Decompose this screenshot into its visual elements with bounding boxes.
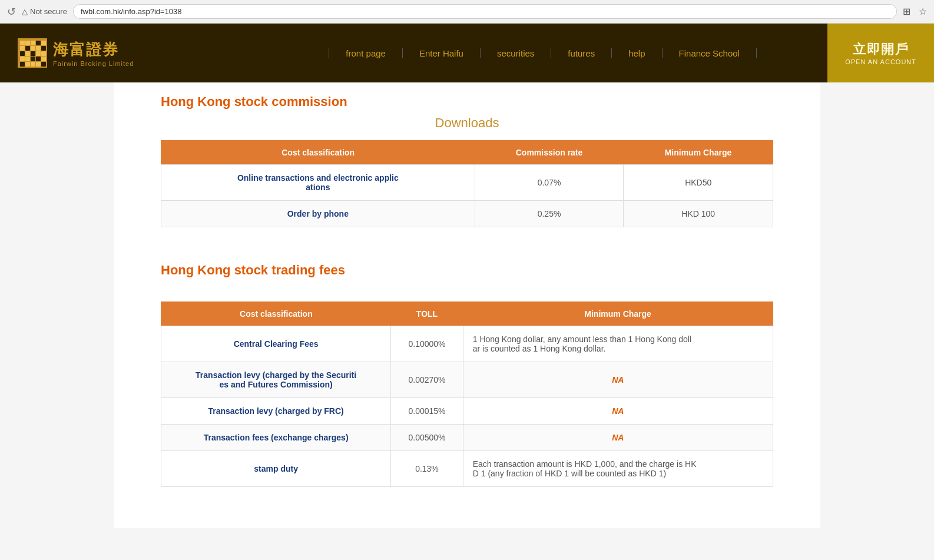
nav-front-page[interactable]: front page xyxy=(329,48,403,58)
commission-row1-min: HKD50 xyxy=(624,165,773,201)
table-row: Transaction levy (charged by FRC) 0.0001… xyxy=(161,398,773,425)
table-row: Transaction levy (charged by the Securit… xyxy=(161,362,773,398)
table-row: Central Clearing Fees 0.10000% 1 Hong Ko… xyxy=(161,326,773,362)
nav-enter-haifu[interactable]: Enter Haifu xyxy=(403,48,481,58)
nav-finance-school[interactable]: Finance School xyxy=(663,48,757,58)
browser-icons: ⊞ ☆ xyxy=(903,6,927,17)
trading-row5-toll: 0.13% xyxy=(391,451,463,487)
trading-row4-min: NA xyxy=(463,425,773,451)
logo-text: 海富證券 Fairwin Broking Limited xyxy=(53,39,134,67)
trading-row4-class: Transaction fees (exchange charges) xyxy=(161,425,391,451)
logo-area: 海富證券 Fairwin Broking Limited xyxy=(0,38,151,68)
nav-futures[interactable]: futures xyxy=(551,48,612,58)
translate-icon[interactable]: ⊞ xyxy=(903,6,910,17)
main-content: Hong Kong stock commission Downloads Cos… xyxy=(114,82,820,528)
trading-row3-class: Transaction levy (charged by FRC) xyxy=(161,398,391,425)
back-button[interactable]: ↺ xyxy=(7,5,16,18)
trading-row3-min: NA xyxy=(463,398,773,425)
open-account-button[interactable]: 立即開戶 OPEN AN ACCOUNT xyxy=(827,24,934,82)
trading-row1-min: 1 Hong Kong dollar, any amount less than… xyxy=(463,326,773,362)
commission-table: Cost classification Commission rate Mini… xyxy=(161,140,773,227)
commission-row2-rate: 0.25% xyxy=(475,201,624,227)
trading-header-min: Minimum Charge xyxy=(463,302,773,326)
trading-row5-min: Each transaction amount is HKD 1,000, an… xyxy=(463,451,773,487)
trading-row5-class: stamp duty xyxy=(161,451,391,487)
url-bar[interactable]: fwbl.com.hk/info.asp?id=1038 xyxy=(73,4,897,19)
trading-row1-toll: 0.10000% xyxy=(391,326,463,362)
table-row: Online transactions and electronic appli… xyxy=(161,165,773,201)
security-indicator: △ Not secure xyxy=(22,7,67,16)
security-icon: △ xyxy=(22,7,28,16)
commission-row2-min: HKD 100 xyxy=(624,201,773,227)
downloads-title: Downloads xyxy=(161,115,773,131)
nav-bar: 海富證券 Fairwin Broking Limited front page … xyxy=(0,24,934,82)
nav-links: front page Enter Haifu securities future… xyxy=(151,48,934,58)
trading-row2-class: Transaction levy (charged by the Securit… xyxy=(161,362,391,398)
trading-header-classification: Cost classification xyxy=(161,302,391,326)
logo-english: Fairwin Broking Limited xyxy=(53,60,134,67)
trading-row2-toll: 0.00270% xyxy=(391,362,463,398)
trading-row4-toll: 0.00500% xyxy=(391,425,463,451)
section-gap xyxy=(161,245,773,263)
trading-row3-toll: 0.00015% xyxy=(391,398,463,425)
trading-header-toll: TOLL xyxy=(391,302,463,326)
table-row: Transaction fees (exchange charges) 0.00… xyxy=(161,425,773,451)
open-account-chinese: 立即開戶 xyxy=(853,41,909,58)
logo-icon xyxy=(18,38,47,68)
security-label: Not secure xyxy=(30,7,67,16)
logo-chinese: 海富證券 xyxy=(53,39,134,60)
commission-header-min: Minimum Charge xyxy=(624,141,773,165)
table-row: Order by phone 0.25% HKD 100 xyxy=(161,201,773,227)
table-row: stamp duty 0.13% Each transaction amount… xyxy=(161,451,773,487)
section2-title: Hong Kong stock trading fees xyxy=(161,263,773,278)
nav-help[interactable]: help xyxy=(612,48,662,58)
section1-title: Hong Kong stock commission xyxy=(161,94,773,110)
commission-row1-class: Online transactions and electronic appli… xyxy=(161,165,475,201)
commission-header-rate: Commission rate xyxy=(475,141,624,165)
trading-row1-class: Central Clearing Fees xyxy=(161,326,391,362)
browser-bar: ↺ △ Not secure fwbl.com.hk/info.asp?id=1… xyxy=(0,0,934,24)
trading-row2-min: NA xyxy=(463,362,773,398)
commission-row2-class: Order by phone xyxy=(161,201,475,227)
commission-row1-rate: 0.07% xyxy=(475,165,624,201)
nav-securities[interactable]: securities xyxy=(481,48,551,58)
trading-table: Cost classification TOLL Minimum Charge … xyxy=(161,301,773,487)
open-account-english: OPEN AN ACCOUNT xyxy=(845,58,916,65)
commission-header-classification: Cost classification xyxy=(161,141,475,165)
section-gap2 xyxy=(161,284,773,301)
bookmark-icon[interactable]: ☆ xyxy=(919,6,927,17)
